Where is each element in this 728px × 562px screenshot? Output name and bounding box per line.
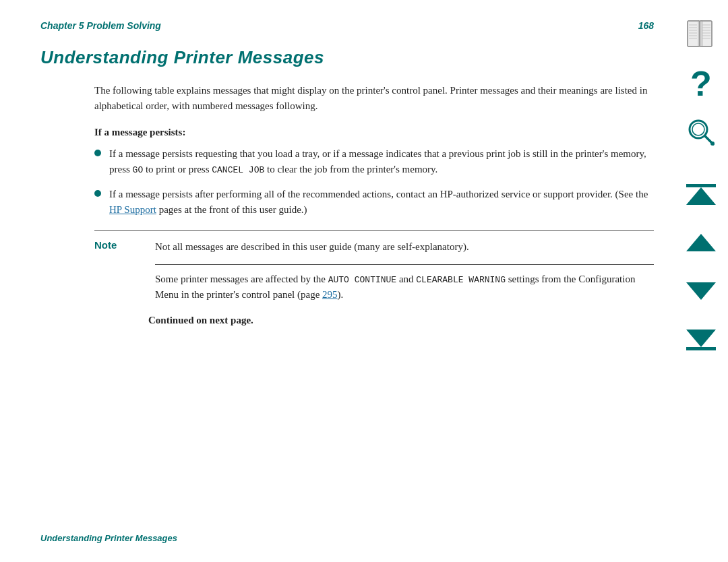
prev-arrow-wrapper <box>686 234 716 251</box>
if-persists-label: If a message persists: <box>94 127 654 138</box>
previous-page-icon[interactable] <box>679 221 723 264</box>
go-to-first-page-icon[interactable] <box>679 173 723 216</box>
bullet-list: If a message persists requesting that yo… <box>94 146 654 218</box>
page-title: Understanding Printer Messages <box>40 47 654 68</box>
next-arrow <box>686 282 716 300</box>
svg-point-20 <box>710 142 715 146</box>
note-text2-before: Some printer messages are affected by th… <box>155 274 328 284</box>
note-code2: CLEARABLE WARNING <box>416 275 506 285</box>
magnifier-svg <box>686 117 716 147</box>
list-item: If a message persists requesting that yo… <box>94 146 654 178</box>
go-to-last-page-icon[interactable] <box>679 318 723 361</box>
note-label: Note <box>94 239 148 251</box>
page-295-link[interactable]: 295 <box>322 289 338 300</box>
content-area: The following table explains messages th… <box>94 83 654 326</box>
svg-rect-15 <box>688 21 700 46</box>
bullet-dot <box>94 150 101 156</box>
hp-support-link[interactable]: HP Support <box>109 204 156 215</box>
bullet-dot <box>94 190 101 197</box>
bullet1-middle: to print or press <box>143 164 212 175</box>
note-text2-middle: and <box>396 274 416 284</box>
sidebar-icons: ? <box>674 0 728 562</box>
first-page-arrow-wrapper <box>686 184 716 205</box>
bullet1-cancel: CANCEL JOB <box>212 165 264 175</box>
next-arrow-wrapper <box>686 282 716 300</box>
book-svg <box>684 20 719 51</box>
note-content: Not all messages are described in this u… <box>155 239 654 303</box>
footer-label: Understanding Printer Messages <box>40 533 177 543</box>
question-mark: ? <box>690 66 712 101</box>
bullet-text-2: If a message persists after performing a… <box>109 187 654 218</box>
question-icon[interactable]: ? <box>679 62 723 105</box>
svg-rect-16 <box>700 21 712 46</box>
note-text2-end: ). <box>338 289 344 300</box>
bullet2-after: pages at the front of this user guide.) <box>156 204 307 215</box>
prev-arrow <box>686 234 716 251</box>
book-icon[interactable] <box>679 13 723 57</box>
intro-text: The following table explains messages th… <box>94 83 654 115</box>
note-text: Not all messages are described in this u… <box>155 239 654 255</box>
last-page-arrow-wrapper <box>686 330 716 350</box>
last-page-arrow <box>686 330 716 347</box>
page-header: Chapter 5 Problem Solving 168 <box>40 20 654 31</box>
last-page-bar <box>686 347 716 350</box>
page-number: 168 <box>638 20 654 31</box>
note-code1: AUTO CONTINUE <box>328 275 396 285</box>
chapter-label: Chapter 5 Problem Solving <box>40 20 161 31</box>
list-item: If a message persists after performing a… <box>94 187 654 218</box>
bullet2-before: If a message persists after performing a… <box>109 189 648 199</box>
svg-point-18 <box>692 123 704 135</box>
bullet1-after: to clear the job from the printer's memo… <box>264 164 437 175</box>
search-icon[interactable] <box>679 111 723 154</box>
note-section: Note Not all messages are described in t… <box>94 230 654 303</box>
first-page-arrow <box>686 187 716 205</box>
bullet1-go: GO <box>133 165 144 175</box>
continued-text: Continued on next page. <box>148 315 654 326</box>
note-text2: Some printer messages are affected by th… <box>155 264 654 303</box>
next-page-icon[interactable] <box>679 270 723 313</box>
bullet-text-1: If a message persists requesting that yo… <box>109 146 654 178</box>
